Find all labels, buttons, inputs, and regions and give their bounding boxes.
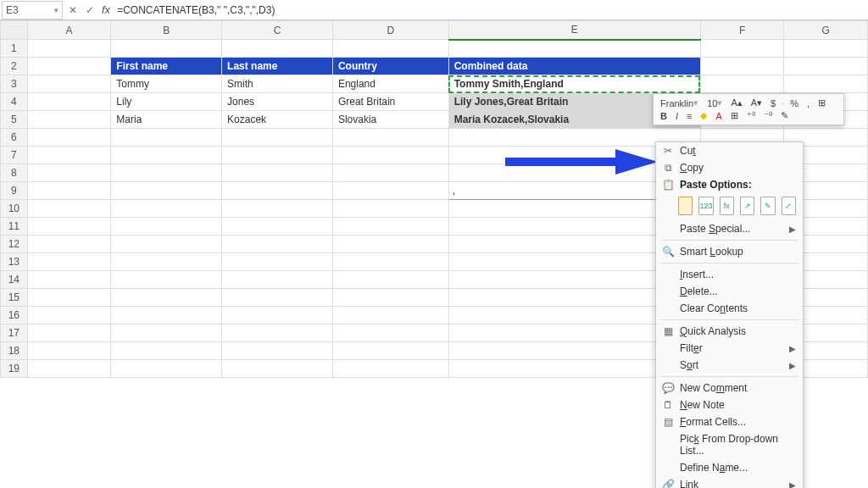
row-header-4[interactable]: 4	[1, 93, 28, 111]
menu-separator	[661, 263, 798, 263]
menu-insert[interactable]: Insert...	[656, 266, 803, 283]
decrease-decimal-icon[interactable]: ⁻⁰	[761, 109, 775, 122]
format-painter-icon[interactable]: ✎	[778, 109, 791, 122]
comment-icon: 💬	[661, 382, 675, 394]
table-row[interactable]: Tommy	[111, 75, 222, 93]
row-header-10[interactable]: 10	[1, 200, 28, 218]
search-icon: 🔍	[661, 246, 675, 258]
row-header-3[interactable]: 3	[1, 75, 28, 93]
col-header-c[interactable]: C	[222, 21, 333, 40]
note-icon: 🗒	[661, 399, 675, 411]
formula-input[interactable]: =CONCATENATE(B3," ",C3,",",D3)	[114, 4, 868, 16]
menu-define-name[interactable]: Define Name...	[656, 459, 803, 476]
enter-formula-icon[interactable]: ✓	[81, 1, 98, 19]
select-all-corner[interactable]	[1, 21, 28, 40]
clipboard-icon: 📋	[661, 179, 675, 191]
table-row[interactable]: Tommy Smith,England	[448, 75, 700, 93]
chevron-right-icon: ▶	[789, 361, 796, 370]
row-header-7[interactable]: 7	[1, 147, 28, 164]
table-header-combined[interactable]: Combined data	[448, 58, 700, 75]
menu-link[interactable]: 🔗Link▶	[656, 476, 803, 488]
col-header-f[interactable]: F	[700, 21, 784, 40]
table-header-country[interactable]: Country	[332, 58, 448, 75]
menu-separator	[661, 319, 798, 320]
fx-icon[interactable]: fx	[98, 3, 114, 16]
row-header-12[interactable]: 12	[1, 236, 28, 253]
chevron-right-icon: ▶	[789, 344, 796, 353]
menu-copy[interactable]: ⧉Copy	[656, 159, 803, 176]
menu-smart-lookup[interactable]: 🔍Smart Lookup	[656, 243, 803, 260]
chevron-right-icon: ▶	[789, 480, 796, 489]
col-header-g[interactable]: G	[784, 21, 868, 40]
paste-formatting-icon[interactable]: ✎	[760, 197, 775, 215]
menu-delete[interactable]: Delete...	[656, 283, 803, 300]
menu-format-cells[interactable]: ▤Format Cells...	[656, 413, 803, 430]
col-header-d[interactable]: D	[332, 21, 448, 40]
quick-analysis-icon: ▦	[661, 325, 675, 337]
align-icon[interactable]: ≡	[684, 110, 694, 122]
paste-formulas-icon[interactable]: fx	[720, 197, 734, 215]
merge-icon[interactable]: ⊞	[815, 97, 828, 109]
table-header-last[interactable]: Last name	[222, 58, 333, 75]
col-header-b[interactable]: B	[111, 21, 222, 40]
row-header-9[interactable]: 9	[1, 182, 28, 200]
menu-paste-special[interactable]: Paste Special...▶	[656, 220, 803, 237]
table-row[interactable]: Slovakia	[332, 111, 448, 129]
mini-toolbar: Franklin ▾ 10 ▾ A▴ A▾ $ · % , ⊞ B I ≡ ◆ …	[653, 93, 844, 125]
font-name-select[interactable]: Franklin ▾	[658, 97, 701, 109]
row-header-17[interactable]: 17	[1, 324, 28, 342]
cell[interactable]	[27, 40, 111, 58]
table-row[interactable]: Maria	[111, 111, 222, 129]
font-size-select[interactable]: 10 ▾	[704, 97, 725, 109]
percent-format-icon[interactable]: %	[787, 97, 801, 109]
paste-link-icon[interactable]: ⤢	[782, 197, 796, 215]
row-header-8[interactable]: 8	[1, 164, 28, 182]
table-row[interactable]: Great Britain	[332, 93, 448, 111]
row-header-14[interactable]: 14	[1, 271, 28, 289]
name-box[interactable]: E3 ▾	[2, 1, 63, 19]
menu-new-note[interactable]: 🗒New Note	[656, 396, 803, 413]
increase-font-icon[interactable]: A▴	[728, 97, 744, 109]
bold-button[interactable]: B	[658, 110, 670, 122]
table-row[interactable]: Lily	[111, 93, 222, 111]
row-header-16[interactable]: 16	[1, 307, 28, 324]
paste-transpose-icon[interactable]: ↗	[740, 197, 754, 215]
italic-button[interactable]: I	[673, 110, 681, 122]
table-header-first[interactable]: First name	[111, 58, 222, 75]
menu-cut[interactable]: ✂Cut	[656, 142, 803, 159]
chevron-down-icon[interactable]: ▾	[54, 6, 58, 14]
paste-values-icon[interactable]: 123	[698, 197, 713, 215]
row-header-19[interactable]: 19	[1, 360, 28, 378]
cancel-formula-icon[interactable]: ✕	[64, 1, 81, 19]
menu-filter[interactable]: Filter▶	[656, 340, 803, 357]
menu-quick-analysis[interactable]: ▦Quick Analysis	[656, 323, 803, 340]
row-header-2[interactable]: 2	[1, 58, 28, 75]
menu-sort[interactable]: Sort▶	[656, 357, 803, 374]
fill-color-icon[interactable]: ◆	[698, 109, 709, 122]
row-header-5[interactable]: 5	[1, 111, 28, 129]
row-header-6[interactable]: 6	[1, 129, 28, 147]
row-header-18[interactable]: 18	[1, 342, 28, 360]
row-header-15[interactable]: 15	[1, 289, 28, 307]
table-row[interactable]: Smith	[222, 75, 333, 93]
font-color-icon[interactable]: A	[713, 110, 724, 122]
col-header-a[interactable]: A	[27, 21, 111, 40]
menu-new-comment[interactable]: 💬New Comment	[656, 380, 803, 396]
col-header-e[interactable]: E	[448, 21, 700, 40]
menu-separator	[661, 376, 798, 377]
menu-clear-contents[interactable]: Clear Contents	[656, 300, 803, 317]
table-row[interactable]: Jones	[222, 93, 333, 111]
table-row[interactable]: Kozacek	[222, 111, 333, 129]
currency-format-icon[interactable]: $	[768, 97, 778, 109]
border-icon[interactable]: ⊞	[728, 109, 741, 122]
row-header-11[interactable]: 11	[1, 218, 28, 236]
row-header-1[interactable]: 1	[1, 40, 28, 58]
row-header-13[interactable]: 13	[1, 253, 28, 271]
context-menu: ✂Cut ⧉Copy 📋Paste Options: 123 fx ↗ ✎ ⤢ …	[655, 141, 804, 488]
paste-icon[interactable]	[678, 197, 693, 215]
menu-pick-from-list[interactable]: Pick From Drop-down List...	[656, 430, 803, 459]
table-row[interactable]: England	[332, 75, 448, 93]
comma-format-icon[interactable]: ,	[804, 97, 812, 109]
decrease-font-icon[interactable]: A▾	[748, 97, 765, 109]
increase-decimal-icon[interactable]: ⁺⁰	[744, 109, 758, 122]
